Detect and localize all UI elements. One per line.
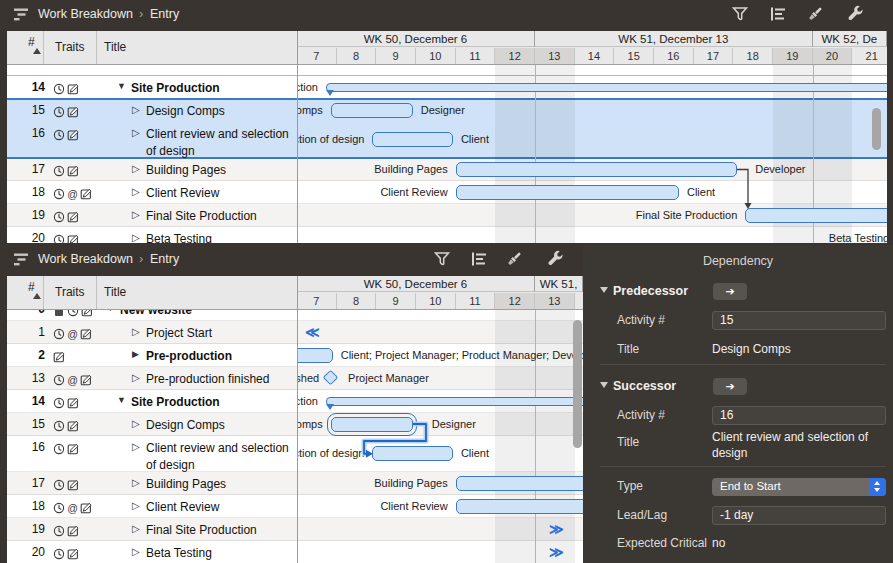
breadcrumb-work-breakdown[interactable]: Work Breakdown xyxy=(38,7,133,21)
gantt-bar[interactable] xyxy=(456,499,583,514)
row-title[interactable]: Client Review xyxy=(146,499,293,516)
day-header-cell[interactable]: 11 xyxy=(456,48,496,64)
row-title[interactable]: New website xyxy=(120,310,293,319)
expand-arrow-icon[interactable]: ▷ xyxy=(132,326,140,337)
day-header-cell[interactable]: 20 xyxy=(813,48,853,64)
row-title[interactable]: Beta Testing xyxy=(146,545,293,562)
gantt-bar[interactable] xyxy=(372,132,453,147)
column-header-title[interactable]: Title xyxy=(104,40,126,54)
gantt-group-bar[interactable] xyxy=(326,83,887,92)
expand-arrow-icon[interactable]: ▷ xyxy=(132,186,140,197)
day-header-cell[interactable]: 8 xyxy=(337,48,377,64)
style-brush-icon[interactable] xyxy=(806,5,824,23)
breadcrumb-entry[interactable]: Entry xyxy=(150,252,179,266)
day-header-cell[interactable]: 7 xyxy=(297,48,337,64)
collapse-arrow-icon[interactable]: ▼ xyxy=(117,395,126,405)
expand-arrow-icon[interactable]: ▷ xyxy=(132,127,140,138)
disclosure-triangle-icon[interactable] xyxy=(600,287,608,293)
expand-arrow-icon[interactable]: ▷ xyxy=(132,477,140,488)
week-header-cell[interactable]: WK 50, December 6 xyxy=(297,31,535,47)
day-header-cell[interactable]: 18 xyxy=(733,48,773,64)
type-popup[interactable]: End to Start xyxy=(712,478,886,496)
column-header-traits[interactable]: Traits xyxy=(55,285,85,299)
day-header-cell[interactable]: 16 xyxy=(654,48,694,64)
row-title[interactable]: Design Comps xyxy=(146,417,293,434)
column-header-num[interactable]: # xyxy=(28,280,35,294)
day-header-cell[interactable]: 13 xyxy=(535,48,575,64)
gantt-bar[interactable] xyxy=(456,185,679,200)
row-title[interactable]: Project Start xyxy=(146,325,293,342)
row-title[interactable]: Final Site Production xyxy=(146,208,293,225)
row-title[interactable]: Site Production xyxy=(131,80,293,97)
sort-ascending-icon[interactable] xyxy=(33,48,41,54)
off-screen-right-marker[interactable]: ≫ xyxy=(549,521,564,537)
week-header-cell[interactable]: WK 52, De xyxy=(813,31,887,47)
expand-arrow-icon[interactable]: ▷ xyxy=(132,209,140,220)
day-header-cell[interactable]: 10 xyxy=(416,293,456,309)
leadlag-input[interactable]: -1 day xyxy=(712,506,886,525)
vertical-scrollbar-thumb[interactable] xyxy=(573,320,582,448)
expand-arrow-icon[interactable]: ▷ xyxy=(132,163,140,174)
filter-icon[interactable] xyxy=(433,250,451,268)
successor-activity-input[interactable]: 16 xyxy=(712,406,886,425)
day-header-cell[interactable]: 21 xyxy=(852,48,887,64)
day-header-cell[interactable]: 14 xyxy=(575,293,583,309)
filter-icon[interactable] xyxy=(731,5,749,23)
row-title[interactable]: Client review and selection of design xyxy=(146,440,293,474)
day-header-cell[interactable]: 17 xyxy=(694,48,734,64)
gantt-bar[interactable] xyxy=(372,446,453,461)
week-header-cell[interactable]: WK 50, December 6 xyxy=(297,276,535,292)
disclosure-triangle-icon[interactable] xyxy=(600,382,608,388)
row-title[interactable]: Design Comps xyxy=(146,103,293,120)
day-header-cell[interactable]: 7 xyxy=(297,293,337,309)
column-header-num[interactable]: # xyxy=(28,35,35,49)
row-title[interactable]: Client Review xyxy=(146,185,293,202)
gantt-bar[interactable] xyxy=(456,162,738,177)
collapse-arrow-icon[interactable]: ▼ xyxy=(117,81,126,91)
outline-icon[interactable] xyxy=(470,250,488,268)
column-header-title[interactable]: Title xyxy=(104,285,126,299)
day-header-cell[interactable]: 15 xyxy=(614,48,654,64)
breadcrumb-work-breakdown[interactable]: Work Breakdown xyxy=(38,252,133,266)
successor-goto-button[interactable]: ➔ xyxy=(713,378,747,395)
day-header-cell[interactable]: 13 xyxy=(535,293,575,309)
day-header-cell[interactable]: 9 xyxy=(376,48,416,64)
day-header-cell[interactable]: 19 xyxy=(773,48,813,64)
style-brush-icon[interactable] xyxy=(505,250,523,268)
off-screen-left-marker[interactable]: ≪ xyxy=(305,324,320,340)
row-title[interactable]: Building Pages xyxy=(146,476,293,493)
day-header-cell[interactable]: 12 xyxy=(495,48,535,64)
outline-icon[interactable] xyxy=(769,5,787,23)
row-title[interactable]: Pre-production finished xyxy=(146,371,293,388)
row-title[interactable]: Pre-production xyxy=(146,348,293,365)
settings-wrench-icon[interactable] xyxy=(847,5,865,23)
row-title[interactable]: Final Site Production xyxy=(146,522,293,539)
expand-arrow-icon[interactable]: ▷ xyxy=(132,546,140,557)
expand-arrow-icon[interactable]: ▷ xyxy=(132,418,140,429)
off-screen-right-marker[interactable]: ≫ xyxy=(549,544,564,560)
day-header-cell[interactable]: 14 xyxy=(575,48,615,64)
expand-arrow-icon[interactable]: ▷ xyxy=(132,500,140,511)
sort-ascending-icon[interactable] xyxy=(33,293,41,299)
breadcrumb-entry[interactable]: Entry xyxy=(150,7,179,21)
expand-arrow-icon[interactable]: ▷ xyxy=(132,232,140,243)
expand-arrow-icon[interactable]: ▷ xyxy=(132,441,140,452)
day-header-cell[interactable]: 11 xyxy=(456,293,496,309)
expand-arrow-icon[interactable]: ▷ xyxy=(132,523,140,534)
day-header-cell[interactable]: 8 xyxy=(337,293,377,309)
collapse-arrow-icon[interactable]: ▼ xyxy=(106,310,115,313)
expand-arrow-icon[interactable]: ▷ xyxy=(132,104,140,115)
gantt-bar[interactable] xyxy=(297,348,333,363)
day-header-cell[interactable]: 9 xyxy=(376,293,416,309)
milestone-diamond[interactable] xyxy=(323,370,339,386)
gantt-bar[interactable] xyxy=(745,208,887,223)
row-title[interactable]: Building Pages xyxy=(146,162,293,179)
predecessor-activity-input[interactable]: 15 xyxy=(712,311,886,330)
row-title[interactable]: Site Production xyxy=(131,394,293,411)
column-header-traits[interactable]: Traits xyxy=(55,40,85,54)
expand-arrow-icon[interactable]: ▶ xyxy=(132,349,139,359)
week-header-cell[interactable]: WK 51, xyxy=(535,276,583,292)
vertical-scrollbar-thumb[interactable] xyxy=(872,108,881,150)
week-header-cell[interactable]: WK 51, December 13 xyxy=(535,31,813,47)
gantt-bar[interactable] xyxy=(456,476,583,491)
